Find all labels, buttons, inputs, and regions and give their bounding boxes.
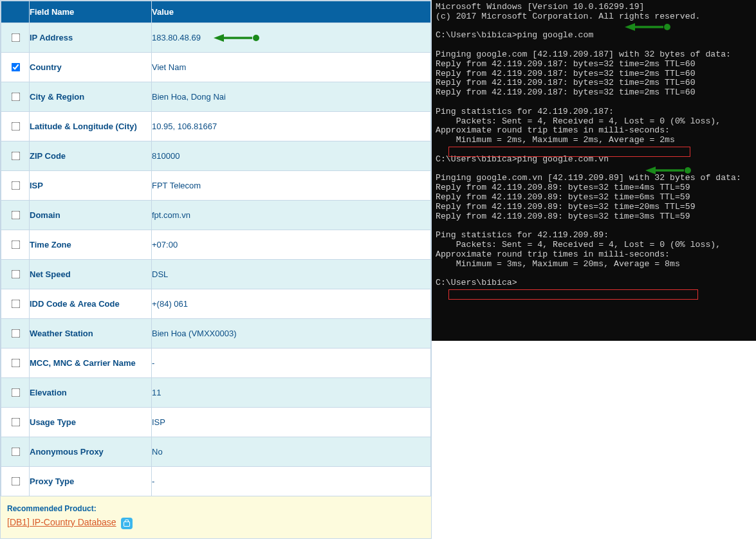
field-value-text: - [152, 476, 154, 486]
table-row: ISPFPT Telecom [1, 171, 431, 201]
right-panel: Microsoft Windows [Version 10.0.16299.19… [432, 0, 756, 539]
field-value-text: fpt.com.vn [152, 210, 190, 220]
field-name-cell: Latitude & Longitude (City) [30, 112, 152, 141]
row-checkbox-cell [1, 201, 30, 230]
table-row: Anonymous ProxyNo [1, 437, 431, 467]
field-name-cell: Proxy Type [30, 467, 152, 496]
row-checkbox[interactable] [11, 181, 20, 190]
row-checkbox[interactable] [11, 359, 20, 368]
arrow-annotation-icon [214, 33, 261, 42]
field-value-cell: fpt.com.vn [152, 201, 431, 230]
field-name-cell: Net Speed [30, 260, 152, 289]
field-value-cell: Viet Nam [152, 53, 431, 82]
row-checkbox-cell [1, 141, 30, 171]
field-value-text: +07:00 [152, 240, 178, 249]
row-checkbox[interactable] [11, 418, 20, 427]
row-checkbox[interactable] [11, 63, 20, 72]
row-checkbox-cell [1, 112, 30, 141]
field-name-cell: Anonymous Proxy [30, 437, 152, 467]
row-checkbox-cell [1, 349, 30, 378]
svg-point-2 [253, 35, 259, 41]
header-field-name: Field Name [30, 1, 152, 23]
field-value-cell: 11 [152, 378, 431, 408]
row-checkbox[interactable] [11, 93, 20, 102]
svg-marker-7 [645, 167, 656, 174]
row-checkbox[interactable] [11, 270, 20, 279]
table-row: Latitude & Longitude (City)10.95, 106.81… [1, 112, 431, 141]
field-value-text: Bien Hoa, Dong Nai [152, 92, 226, 102]
field-value-text: No [152, 447, 163, 457]
field-value-cell: No [152, 437, 431, 467]
svg-marker-1 [214, 34, 224, 42]
field-value-text: - [152, 358, 154, 368]
row-checkbox-cell [1, 23, 30, 53]
table-row: Time Zone+07:00 [1, 230, 431, 260]
row-checkbox-cell [1, 437, 30, 467]
row-checkbox-cell [1, 53, 30, 82]
row-checkbox[interactable] [11, 477, 20, 486]
row-checkbox-cell [1, 260, 30, 289]
row-checkbox-cell [1, 82, 30, 112]
table-row: Weather StationBien Hoa (VMXX0003) [1, 319, 431, 349]
field-name-cell: ZIP Code [30, 141, 152, 171]
field-value-text: +(84) 061 [152, 299, 188, 309]
row-checkbox-cell [1, 378, 30, 408]
table-row: Usage TypeISP [1, 408, 431, 437]
row-checkbox[interactable] [11, 152, 20, 161]
row-checkbox-cell [1, 467, 30, 496]
field-name-cell: Weather Station [30, 319, 152, 349]
field-value-cell: +07:00 [152, 230, 431, 260]
row-checkbox-cell [1, 408, 30, 437]
field-value-cell: - [152, 467, 431, 496]
table-row: City & RegionBien Hoa, Dong Nai [1, 82, 431, 112]
table-row: MCC, MNC & Carrier Name- [1, 349, 431, 378]
row-checkbox[interactable] [11, 240, 20, 249]
field-value-cell: 10.95, 106.81667 [152, 112, 431, 141]
highlight-box-2 [448, 289, 698, 300]
main-container: Field Name Value IP Address183.80.48.69C… [0, 0, 756, 539]
svg-point-8 [685, 167, 691, 174]
row-checkbox-cell [1, 289, 30, 319]
recommended-link[interactable]: [DB1] IP-Country Database [7, 517, 116, 527]
header-checkbox-col [1, 1, 30, 23]
terminal-output: Microsoft Windows [Version 10.0.16299.19… [432, 0, 756, 341]
field-value-cell: ISP [152, 408, 431, 437]
field-value-cell: FPT Telecom [152, 171, 431, 201]
table-row: Net SpeedDSL [1, 260, 431, 289]
svg-point-5 [664, 24, 670, 30]
row-checkbox-cell [1, 171, 30, 201]
row-checkbox[interactable] [11, 33, 20, 42]
row-checkbox-cell [1, 230, 30, 260]
row-checkbox[interactable] [11, 329, 20, 338]
field-name-cell: Time Zone [30, 230, 152, 260]
field-name-cell: Country [30, 53, 152, 82]
field-name-cell: Domain [30, 201, 152, 230]
table-row: IP Address183.80.48.69 [1, 23, 431, 53]
table-row: Domainfpt.com.vn [1, 201, 431, 230]
field-value-cell: 183.80.48.69 [152, 23, 431, 53]
table-row: ZIP Code810000 [1, 141, 431, 171]
row-checkbox[interactable] [11, 122, 20, 131]
field-value-text: ISP [152, 417, 165, 427]
cart-icon[interactable] [121, 518, 133, 529]
field-name-cell: MCC, MNC & Carrier Name [30, 349, 152, 378]
row-checkbox[interactable] [11, 211, 20, 220]
field-name-cell: ISP [30, 171, 152, 201]
recommended-panel: Recommended Product: [DB1] IP-Country Da… [1, 496, 431, 538]
header-value: Value [152, 1, 431, 23]
arrow-annotation-icon [645, 166, 693, 178]
field-value-cell: DSL [152, 260, 431, 289]
field-value-text: 810000 [152, 151, 180, 161]
row-checkbox[interactable] [11, 300, 20, 309]
field-value-text: Viet Nam [152, 62, 186, 72]
field-value-text: 11 [152, 388, 161, 397]
table-row: IDD Code & Area Code+(84) 061 [1, 289, 431, 319]
table-row: Proxy Type- [1, 467, 431, 496]
field-value-cell: +(84) 061 [152, 289, 431, 319]
table-row: Elevation11 [1, 378, 431, 408]
row-checkbox[interactable] [11, 388, 20, 397]
row-checkbox[interactable] [11, 448, 20, 457]
svg-marker-4 [625, 23, 635, 31]
field-name-cell: City & Region [30, 82, 152, 112]
table-row: CountryViet Nam [1, 53, 431, 82]
